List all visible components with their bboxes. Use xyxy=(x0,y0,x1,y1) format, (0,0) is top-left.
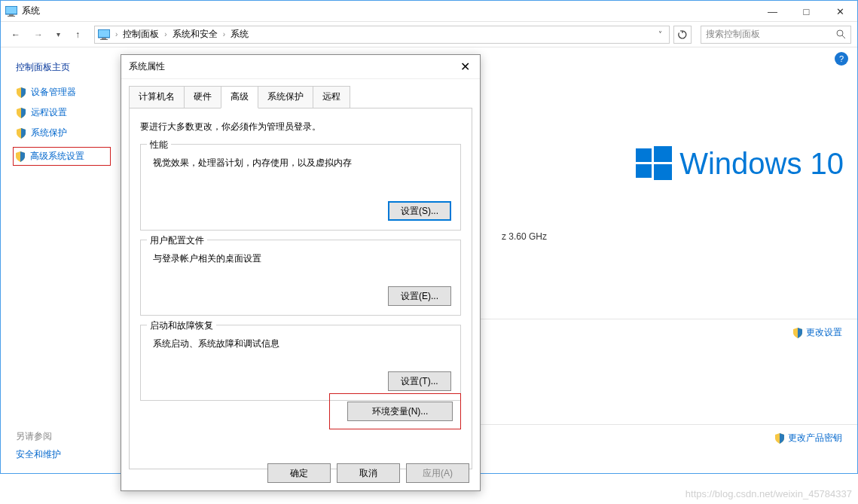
cpu-ghz-text: z 3.60 GHz xyxy=(502,231,547,242)
svg-rect-7 xyxy=(100,39,108,40)
env-variables-button[interactable]: 环境变量(N)... xyxy=(347,402,453,421)
ok-button[interactable]: 确定 xyxy=(267,463,331,483)
chevron-right-icon: › xyxy=(113,30,120,38)
navbar: ← → ▾ ↑ › 控制面板 › 系统和安全 › 系统 ˅ 搜索控制面板 xyxy=(1,22,857,47)
sidebar-item-device-manager[interactable]: 设备管理器 xyxy=(16,86,121,99)
breadcrumb-item[interactable]: 系统和安全 xyxy=(171,28,219,41)
breadcrumb[interactable]: › 控制面板 › 系统和安全 › 系统 ˅ xyxy=(94,26,670,44)
group-title: 用户配置文件 xyxy=(147,234,207,247)
search-icon xyxy=(836,29,846,39)
svg-rect-2 xyxy=(9,14,14,16)
tab-hardware[interactable]: 硬件 xyxy=(184,86,221,108)
recent-dropdown-icon[interactable]: ▾ xyxy=(52,30,64,38)
breadcrumb-item[interactable]: 系统 xyxy=(229,28,250,41)
safety-link[interactable]: 安全和维护 xyxy=(16,448,61,461)
system-icon xyxy=(5,6,17,17)
link-label: 更改产品密钥 xyxy=(788,432,842,444)
perf-settings-button[interactable]: 设置(S)... xyxy=(388,201,451,221)
group-title: 性能 xyxy=(147,139,171,151)
svg-rect-12 xyxy=(636,164,652,178)
svg-rect-1 xyxy=(6,7,17,14)
dialog-close-button[interactable]: ✕ xyxy=(450,55,480,79)
profile-settings-button[interactable]: 设置(E)... xyxy=(388,286,451,306)
startup-recovery-group: 启动和故障恢复 系统启动、系统故障和调试信息 设置(T)... xyxy=(140,325,461,401)
chevron-right-icon: › xyxy=(221,30,227,38)
search-input[interactable]: 搜索控制面板 xyxy=(701,26,851,44)
env-variables-highlight: 环境变量(N)... xyxy=(329,393,461,429)
startup-settings-button[interactable]: 设置(T)... xyxy=(388,371,451,391)
admin-note: 要进行大多数更改，你必须作为管理员登录。 xyxy=(140,121,461,133)
windows-logo-icon xyxy=(636,145,672,182)
up-button[interactable]: ↑ xyxy=(69,26,87,44)
forward-button[interactable]: → xyxy=(29,26,47,44)
minimize-button[interactable]: — xyxy=(756,1,789,22)
sidebar-item-remote[interactable]: 远程设置 xyxy=(16,106,121,119)
tab-system-protection[interactable]: 系统保护 xyxy=(258,86,313,108)
windows-brand-text: Windows 10 xyxy=(679,147,844,181)
back-button[interactable]: ← xyxy=(7,26,25,44)
tab-strip: 计算机名 硬件 高级 系统保护 远程 xyxy=(121,79,480,108)
refresh-button[interactable] xyxy=(673,26,692,44)
tab-panel-advanced: 要进行大多数更改，你必须作为管理员登录。 性能 视觉效果，处理器计划，内存使用，… xyxy=(129,108,472,469)
group-title: 启动和故障恢复 xyxy=(147,319,216,332)
shield-icon xyxy=(16,87,26,98)
group-text: 与登录帐户相关的桌面设置 xyxy=(153,252,451,265)
svg-line-9 xyxy=(842,35,845,38)
windows-brand: Windows 10 xyxy=(636,145,844,182)
tab-computer-name[interactable]: 计算机名 xyxy=(129,86,185,108)
search-placeholder: 搜索控制面板 xyxy=(706,28,760,41)
refresh-icon xyxy=(678,30,687,39)
sidebar-item-protection[interactable]: 系统保护 xyxy=(16,127,121,139)
user-profile-group: 用户配置文件 与登录帐户相关的桌面设置 设置(E)... xyxy=(140,240,461,316)
shield-icon xyxy=(792,328,803,338)
svg-rect-11 xyxy=(654,146,672,162)
dialog-titlebar: 系统属性 ✕ xyxy=(121,55,480,79)
close-button[interactable]: ✕ xyxy=(823,1,857,22)
sidebar: 控制面板主页 设备管理器 远程设置 系统保护 高级系统设置 xyxy=(1,47,121,473)
tab-advanced[interactable]: 高级 xyxy=(221,86,258,108)
change-settings-link[interactable]: 更改设置 xyxy=(792,326,842,339)
svg-rect-5 xyxy=(99,30,109,37)
link-label: 更改设置 xyxy=(806,326,842,339)
shield-icon xyxy=(16,108,26,118)
breadcrumb-item[interactable]: 控制面板 xyxy=(121,28,160,41)
svg-rect-10 xyxy=(636,148,652,162)
sidebar-item-advanced[interactable]: 高级系统设置 xyxy=(13,147,111,166)
svg-point-8 xyxy=(837,30,843,36)
window-title: 系统 xyxy=(22,5,853,17)
shield-icon xyxy=(15,151,26,162)
dialog-button-row: 确定 取消 应用(A) xyxy=(267,463,469,483)
sidebar-item-label: 高级系统设置 xyxy=(30,150,84,163)
cancel-button[interactable]: 取消 xyxy=(337,463,400,483)
watermark-text: https://blog.csdn.net/weixin_45784337 xyxy=(685,488,852,499)
group-text: 视觉效果，处理器计划，内存使用，以及虚拟内存 xyxy=(153,157,451,170)
sidebar-item-label: 系统保护 xyxy=(31,127,67,139)
window-controls: — □ ✕ xyxy=(756,1,857,22)
maximize-button[interactable]: □ xyxy=(789,1,823,22)
svg-rect-13 xyxy=(654,164,672,180)
svg-rect-6 xyxy=(102,38,106,39)
chevron-right-icon: › xyxy=(162,30,169,38)
sidebar-item-label: 设备管理器 xyxy=(31,86,76,99)
system-properties-dialog: 系统属性 ✕ 计算机名 硬件 高级 系统保护 远程 要进行大多数更改，你必须作为… xyxy=(121,54,481,491)
performance-group: 性能 视觉效果，处理器计划，内存使用，以及虚拟内存 设置(S)... xyxy=(140,144,461,231)
chevron-down-icon[interactable]: ˅ xyxy=(654,30,666,38)
sidebar-title[interactable]: 控制面板主页 xyxy=(16,61,121,74)
see-also-label: 另请参阅 xyxy=(16,430,52,443)
sidebar-item-label: 远程设置 xyxy=(31,106,67,119)
titlebar: 系统 — □ ✕ xyxy=(1,1,857,22)
shield-icon xyxy=(774,433,785,444)
tab-remote[interactable]: 远程 xyxy=(313,86,350,108)
apply-button[interactable]: 应用(A) xyxy=(406,463,469,483)
monitor-icon xyxy=(98,29,110,40)
dialog-title: 系统属性 xyxy=(129,60,450,73)
shield-icon xyxy=(16,128,26,139)
help-icon[interactable]: ? xyxy=(835,52,848,66)
group-text: 系统启动、系统故障和调试信息 xyxy=(153,338,451,350)
svg-rect-3 xyxy=(8,16,15,17)
change-product-key-link[interactable]: 更改产品密钥 xyxy=(774,432,842,444)
